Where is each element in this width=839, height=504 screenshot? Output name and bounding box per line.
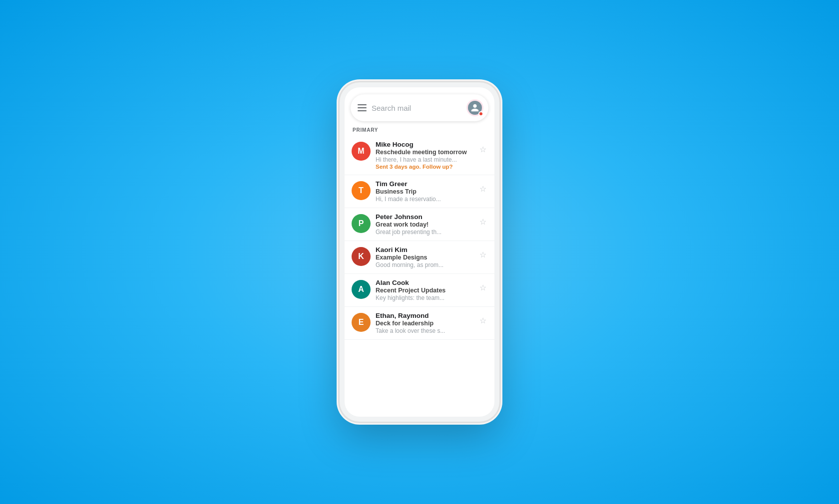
avatar-alan-cook: A	[352, 280, 371, 299]
email-preview-5: Key highlights: the team...	[376, 294, 474, 301]
email-content-1: Mike Hocog Reschedule meeting tomorrow H…	[376, 141, 474, 170]
avatar-tim-greer: T	[352, 181, 371, 200]
email-item-2[interactable]: T Tim Greer Business Trip Hi, I made a r…	[345, 175, 494, 208]
email-sender-2: Tim Greer	[376, 180, 474, 188]
email-preview-2: Hi, I made a reservatio...	[376, 196, 474, 203]
star-icon-5[interactable]: ☆	[479, 283, 488, 292]
avatar-peter-johnson: P	[352, 214, 371, 233]
avatar-ethan-raymond: E	[352, 313, 371, 332]
email-sender-3: Peter Johnson	[376, 213, 474, 221]
star-icon-1[interactable]: ☆	[479, 145, 488, 154]
email-subject-4: Example Designs	[376, 254, 474, 261]
star-icon-6[interactable]: ☆	[479, 316, 488, 325]
email-subject-3: Great work today!	[376, 221, 474, 228]
hamburger-menu-icon[interactable]	[358, 104, 367, 111]
email-sender-6: Ethan, Raymond	[376, 312, 474, 319]
email-preview-3: Great job presenting th...	[376, 229, 474, 236]
email-item-3[interactable]: P Peter Johnson Great work today! Great …	[345, 208, 494, 241]
email-item-4[interactable]: K Kaori Kim Example Designs Good morning…	[345, 241, 494, 274]
section-label: PRIMARY	[345, 125, 494, 136]
notification-badge	[478, 111, 483, 116]
person-icon	[470, 103, 479, 112]
email-item-1[interactable]: M Mike Hocog Reschedule meeting tomorrow…	[345, 136, 494, 175]
email-sender-5: Alan Cook	[376, 279, 474, 286]
email-content-3: Peter Johnson Great work today! Great jo…	[376, 213, 474, 236]
avatar-kaori-kim: K	[352, 247, 371, 266]
email-content-5: Alan Cook Recent Project Updates Key hig…	[376, 279, 474, 301]
email-item-5[interactable]: A Alan Cook Recent Project Updates Key h…	[345, 274, 494, 307]
email-subject-5: Recent Project Updates	[376, 287, 474, 294]
profile-avatar-wrapper[interactable]	[466, 99, 483, 116]
email-content-4: Kaori Kim Example Designs Good morning, …	[376, 246, 474, 268]
star-icon-2[interactable]: ☆	[479, 184, 488, 193]
email-preview-4: Good morning, as prom...	[376, 261, 474, 268]
phone-frame: Search mail PRIMARY M	[340, 82, 499, 422]
email-preview-1: Hi there, I have a last minute...	[376, 156, 474, 163]
email-sender-1: Mike Hocog	[376, 141, 474, 148]
email-item-6[interactable]: E Ethan, Raymond Deck for leadership Tak…	[345, 307, 494, 340]
star-icon-3[interactable]: ☆	[479, 217, 488, 226]
search-bar[interactable]: Search mail	[351, 94, 488, 121]
phone-screen: Search mail PRIMARY M	[345, 87, 494, 417]
email-sender-4: Kaori Kim	[376, 246, 474, 253]
email-followup-1: Sent 3 days ago. Follow up?	[376, 164, 474, 170]
email-content-2: Tim Greer Business Trip Hi, I made a res…	[376, 180, 474, 203]
avatar-mike-hocog: M	[352, 142, 371, 161]
email-subject-1: Reschedule meeting tomorrow	[376, 149, 474, 156]
email-content-6: Ethan, Raymond Deck for leadership Take …	[376, 312, 474, 334]
email-subject-6: Deck for leadership	[376, 320, 474, 327]
email-subject-2: Business Trip	[376, 188, 474, 195]
star-icon-4[interactable]: ☆	[479, 250, 488, 259]
email-preview-6: Take a look over these s...	[376, 327, 474, 334]
email-list: M Mike Hocog Reschedule meeting tomorrow…	[345, 136, 494, 417]
search-input[interactable]: Search mail	[372, 104, 461, 112]
